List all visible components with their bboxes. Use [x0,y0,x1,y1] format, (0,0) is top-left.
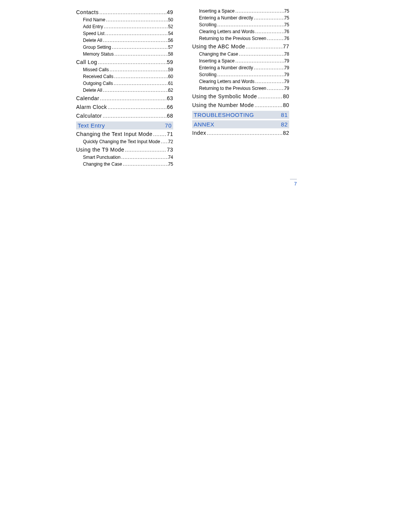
toc-leader-dots [255,78,284,85]
toc-entry-level2: Scrolling75 [192,21,289,28]
toc-leader-dots [217,71,284,78]
toc-entry-level2: Returning to the Previous Screen79 [192,85,289,92]
toc-leader-dots [103,23,168,30]
toc-leader-dots [113,80,168,87]
toc-entry-label: Received Calls [83,73,113,80]
toc-entry-page: 82 [283,129,289,137]
toc-entry-page: 52 [168,23,173,30]
toc-leader-dots [99,95,167,102]
toc-entry-page: 79 [284,58,289,64]
toc-entry-label: Entering a Number directly [199,14,253,21]
toc-entry-label: Outgoing Calls [83,80,113,87]
toc-leader-dots [257,93,283,100]
toc-entry-label: Inserting a Space [199,8,234,14]
toc-entry-label: Delete All [83,87,102,94]
toc-entry-label: Using the ABC Mode [192,43,245,51]
toc-entry-page: 76 [284,35,289,42]
toc-entry-label: Changing the Case [83,161,122,168]
toc-entry-page: 79 [284,64,289,71]
toc-entry-page: 61 [168,80,173,87]
toc-entry-page: 56 [168,37,173,44]
toc-entry-page: 79 [284,71,289,78]
toc-entry-label: Changing the Text Input Mode [76,130,153,138]
toc-section-heading: ANNEX82 [192,120,289,128]
toc-entry-page: 72 [168,138,173,145]
toc-entry-page: 73 [167,146,173,154]
toc-leader-dots [254,102,283,109]
toc-entry-page: 58 [168,51,173,58]
toc-leader-dots [105,30,168,37]
toc-leader-dots [234,58,284,64]
toc-entry-label: Changing the Case [199,51,238,58]
toc-leader-dots [124,147,167,153]
toc-entry-level1: Using the Symbolic Mode80 [192,93,289,101]
toc-entry-label: Using the Symbolic Mode [192,93,257,101]
toc-entry-level2: Scrolling79 [192,71,289,78]
toc-entry-label: Using the Number Mode [192,101,254,109]
toc-entry-level2: Entering a Number directly79 [192,64,289,71]
toc-section-heading: Text Entry70 [76,121,173,129]
toc-entry-label: Alarm Clock [76,103,107,111]
toc-leader-dots [99,9,167,16]
toc-leader-dots [266,85,284,92]
toc-entry-page: 80 [283,93,289,101]
page-number-rule [290,179,297,179]
toc-leader-dots [266,35,284,42]
toc-leader-dots [113,73,168,80]
toc-entry-level2: Smart Punctuation74 [76,154,173,161]
toc-entry-label: Speed List [83,30,105,37]
toc-leader-dots [206,130,283,137]
toc-entry-level2: Clearing Letters and Words79 [192,78,289,85]
toc-entry-label: Call Log [76,58,97,66]
toc-entry-level2: Outgoing Calls61 [76,80,173,87]
toc-entry-level2: Inserting a Space75 [192,8,289,14]
toc-entry-label: Scrolling [199,21,217,28]
toc-entry-page: 78 [284,51,289,58]
toc-entry-label: Group Setting [83,44,111,51]
toc-entry-label: Inserting a Space [199,58,234,64]
toc-leader-dots [114,51,168,58]
toc-entry-page: 57 [168,44,173,51]
toc-entry-level1: Changing the Text Input Mode71 [76,130,173,138]
toc-entry-label: Returning to the Previous Screen [199,85,266,92]
toc-leader-dots [97,59,167,66]
toc-entry-level2: Returning to the Previous Screen76 [192,35,289,42]
toc-entry-page: 54 [168,30,173,37]
toc-entry-label: Entering a Number directly [199,64,253,71]
toc-entry-label: Clearing Letters and Words [199,78,255,85]
toc-entry-page: 79 [284,78,289,85]
toc-entry-label: Returning to the Previous Screen [199,35,266,42]
page-number-box: 7 [290,179,297,187]
toc-entry-level1: Using the Number Mode80 [192,101,289,109]
toc-entry-label: Memory Status [83,51,114,58]
toc-section-page: 81 [281,112,288,118]
toc-leader-dots [234,8,284,14]
toc-leader-dots [217,21,284,28]
toc-entry-label: Clearing Letters and Words [199,28,255,35]
toc-entry-label: Contacts [76,8,99,16]
toc-entry-level2: Changing the Case78 [192,51,289,58]
page-number: 7 [294,181,297,187]
toc-entry-page: 75 [284,8,289,14]
toc-entry-level2: Group Setting57 [76,44,173,51]
toc-entry-level1: Call Log59 [76,58,173,66]
toc-entry-label: Smart Punctuation [83,154,121,161]
toc-entry-page: 79 [284,85,289,92]
toc-section-page: 82 [281,121,288,128]
toc-entry-page: 74 [168,154,173,161]
toc-entry-label: Find Name [83,16,105,23]
toc-left-column: Contacts49Find Name50Add Entry52Speed Li… [76,8,173,168]
toc-entry-level2: Speed List54 [76,30,173,37]
toc-entry-level2: Memory Status58 [76,51,173,58]
toc-entry-label: Add Entry [83,23,103,30]
toc-entry-level1: Alarm Clock66 [76,103,173,111]
toc-section-label: Text Entry [78,122,105,129]
toc-entry-page: 49 [167,8,173,16]
toc-entry-page: 76 [284,28,289,35]
toc-entry-level1: Index82 [192,129,289,137]
toc-entry-page: 77 [283,43,289,51]
toc-leader-dots [109,66,168,73]
toc-entry-level2: Delete All62 [76,87,173,94]
toc-entry-page: 68 [167,112,173,120]
toc-entry-level1: Using the ABC Mode77 [192,43,289,51]
